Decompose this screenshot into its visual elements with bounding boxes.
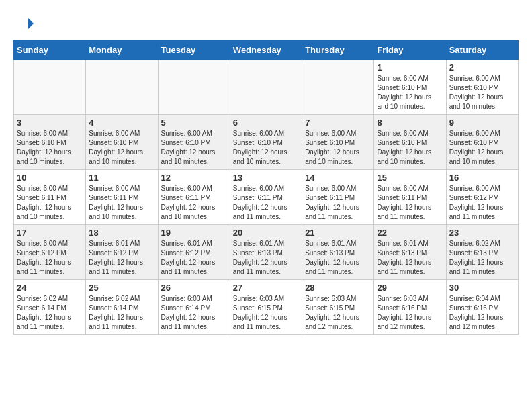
- day-info: Sunrise: 6:00 AM Sunset: 6:11 PM Dayligh…: [89, 184, 154, 222]
- calendar-day-cell: 7Sunrise: 6:00 AM Sunset: 6:10 PM Daylig…: [302, 115, 374, 170]
- day-number: 16: [449, 173, 515, 183]
- calendar-day-cell: [86, 60, 158, 115]
- day-info: Sunrise: 6:00 AM Sunset: 6:11 PM Dayligh…: [161, 184, 227, 222]
- calendar-day-cell: 9Sunrise: 6:00 AM Sunset: 6:10 PM Daylig…: [446, 115, 518, 170]
- calendar-day-cell: 11Sunrise: 6:00 AM Sunset: 6:11 PM Dayli…: [86, 170, 158, 225]
- day-number: 15: [377, 173, 443, 183]
- day-of-week-header: Wednesday: [230, 41, 302, 60]
- calendar-day-cell: 16Sunrise: 6:00 AM Sunset: 6:12 PM Dayli…: [446, 170, 518, 225]
- day-number: 13: [233, 173, 299, 183]
- calendar-day-cell: 19Sunrise: 6:01 AM Sunset: 6:12 PM Dayli…: [158, 225, 230, 280]
- calendar-day-cell: 5Sunrise: 6:00 AM Sunset: 6:10 PM Daylig…: [158, 115, 230, 170]
- calendar-day-cell: 10Sunrise: 6:00 AM Sunset: 6:11 PM Dayli…: [14, 170, 86, 225]
- day-number: 18: [89, 228, 154, 238]
- day-of-week-header: Saturday: [446, 41, 518, 60]
- svg-marker-0: [28, 17, 34, 30]
- calendar-day-cell: 12Sunrise: 6:00 AM Sunset: 6:11 PM Dayli…: [158, 170, 230, 225]
- day-number: 23: [449, 228, 515, 238]
- day-number: 6: [233, 118, 299, 128]
- day-number: 24: [17, 283, 83, 293]
- day-number: 19: [161, 228, 227, 238]
- calendar-week-row: 17Sunrise: 6:00 AM Sunset: 6:12 PM Dayli…: [14, 225, 519, 280]
- day-info: Sunrise: 6:00 AM Sunset: 6:10 PM Dayligh…: [161, 129, 227, 167]
- day-info: Sunrise: 6:03 AM Sunset: 6:14 PM Dayligh…: [161, 294, 227, 332]
- calendar-header-row: SundayMondayTuesdayWednesdayThursdayFrid…: [14, 41, 519, 60]
- day-info: Sunrise: 6:01 AM Sunset: 6:13 PM Dayligh…: [233, 239, 299, 277]
- calendar-day-cell: 27Sunrise: 6:03 AM Sunset: 6:15 PM Dayli…: [230, 280, 302, 335]
- calendar-day-cell: 29Sunrise: 6:03 AM Sunset: 6:16 PM Dayli…: [374, 280, 446, 335]
- day-number: 25: [89, 283, 154, 293]
- day-info: Sunrise: 6:00 AM Sunset: 6:10 PM Dayligh…: [449, 129, 515, 167]
- day-of-week-header: Friday: [374, 41, 446, 60]
- calendar-day-cell: [302, 60, 374, 115]
- day-info: Sunrise: 6:02 AM Sunset: 6:14 PM Dayligh…: [89, 294, 154, 332]
- day-info: Sunrise: 6:00 AM Sunset: 6:11 PM Dayligh…: [17, 184, 83, 222]
- day-number: 17: [17, 228, 83, 238]
- calendar-day-cell: 15Sunrise: 6:00 AM Sunset: 6:11 PM Dayli…: [374, 170, 446, 225]
- day-info: Sunrise: 6:01 AM Sunset: 6:13 PM Dayligh…: [377, 239, 443, 277]
- calendar-day-cell: 18Sunrise: 6:01 AM Sunset: 6:12 PM Dayli…: [86, 225, 158, 280]
- day-info: Sunrise: 6:00 AM Sunset: 6:10 PM Dayligh…: [305, 129, 371, 167]
- calendar-day-cell: 28Sunrise: 6:03 AM Sunset: 6:15 PM Dayli…: [302, 280, 374, 335]
- day-of-week-header: Monday: [86, 41, 158, 60]
- day-info: Sunrise: 6:01 AM Sunset: 6:12 PM Dayligh…: [161, 239, 227, 277]
- day-info: Sunrise: 6:00 AM Sunset: 6:11 PM Dayligh…: [233, 184, 299, 222]
- day-of-week-header: Sunday: [14, 41, 86, 60]
- day-number: 7: [305, 118, 371, 128]
- calendar-day-cell: 13Sunrise: 6:00 AM Sunset: 6:11 PM Dayli…: [230, 170, 302, 225]
- logo: [13, 13, 36, 34]
- day-number: 5: [161, 118, 227, 128]
- calendar-day-cell: 2Sunrise: 6:00 AM Sunset: 6:10 PM Daylig…: [446, 60, 518, 115]
- day-info: Sunrise: 6:00 AM Sunset: 6:10 PM Dayligh…: [17, 129, 83, 167]
- calendar-day-cell: [14, 60, 86, 115]
- day-number: 20: [233, 228, 299, 238]
- day-number: 27: [233, 283, 299, 293]
- day-info: Sunrise: 6:00 AM Sunset: 6:10 PM Dayligh…: [89, 129, 154, 167]
- calendar-day-cell: 3Sunrise: 6:00 AM Sunset: 6:10 PM Daylig…: [14, 115, 86, 170]
- calendar-day-cell: 30Sunrise: 6:04 AM Sunset: 6:16 PM Dayli…: [446, 280, 518, 335]
- calendar-day-cell: 4Sunrise: 6:00 AM Sunset: 6:10 PM Daylig…: [86, 115, 158, 170]
- day-info: Sunrise: 6:00 AM Sunset: 6:12 PM Dayligh…: [449, 184, 515, 222]
- calendar-day-cell: 24Sunrise: 6:02 AM Sunset: 6:14 PM Dayli…: [14, 280, 86, 335]
- calendar-day-cell: 26Sunrise: 6:03 AM Sunset: 6:14 PM Dayli…: [158, 280, 230, 335]
- day-info: Sunrise: 6:01 AM Sunset: 6:12 PM Dayligh…: [89, 239, 154, 277]
- calendar-day-cell: 1Sunrise: 6:00 AM Sunset: 6:10 PM Daylig…: [374, 60, 446, 115]
- day-number: 11: [89, 173, 154, 183]
- logo-icon: [13, 13, 34, 34]
- day-info: Sunrise: 6:00 AM Sunset: 6:10 PM Dayligh…: [377, 129, 443, 167]
- day-of-week-header: Tuesday: [158, 41, 230, 60]
- day-number: 9: [449, 118, 515, 128]
- day-number: 3: [17, 118, 83, 128]
- calendar-day-cell: [230, 60, 302, 115]
- day-number: 26: [161, 283, 227, 293]
- calendar-week-row: 3Sunrise: 6:00 AM Sunset: 6:10 PM Daylig…: [14, 115, 519, 170]
- day-number: 4: [89, 118, 154, 128]
- calendar-table: SundayMondayTuesdayWednesdayThursdayFrid…: [13, 40, 519, 335]
- calendar-day-cell: 14Sunrise: 6:00 AM Sunset: 6:11 PM Dayli…: [302, 170, 374, 225]
- day-number: 2: [449, 62, 515, 73]
- day-info: Sunrise: 6:02 AM Sunset: 6:14 PM Dayligh…: [17, 294, 83, 332]
- calendar-week-row: 10Sunrise: 6:00 AM Sunset: 6:11 PM Dayli…: [14, 170, 519, 225]
- day-info: Sunrise: 6:03 AM Sunset: 6:15 PM Dayligh…: [233, 294, 299, 332]
- page-header: [13, 13, 519, 34]
- calendar-week-row: 24Sunrise: 6:02 AM Sunset: 6:14 PM Dayli…: [14, 280, 519, 335]
- day-number: 21: [305, 228, 371, 238]
- day-number: 14: [305, 173, 371, 183]
- day-number: 28: [305, 283, 371, 293]
- day-info: Sunrise: 6:01 AM Sunset: 6:13 PM Dayligh…: [305, 239, 371, 277]
- day-info: Sunrise: 6:00 AM Sunset: 6:10 PM Dayligh…: [233, 129, 299, 167]
- day-number: 22: [377, 228, 443, 238]
- calendar-day-cell: 23Sunrise: 6:02 AM Sunset: 6:13 PM Dayli…: [446, 225, 518, 280]
- calendar-week-row: 1Sunrise: 6:00 AM Sunset: 6:10 PM Daylig…: [14, 60, 519, 115]
- calendar-day-cell: 22Sunrise: 6:01 AM Sunset: 6:13 PM Dayli…: [374, 225, 446, 280]
- svg-marker-1: [30, 17, 34, 21]
- day-info: Sunrise: 6:00 AM Sunset: 6:10 PM Dayligh…: [377, 74, 443, 111]
- day-info: Sunrise: 6:02 AM Sunset: 6:13 PM Dayligh…: [449, 239, 515, 277]
- calendar-day-cell: 20Sunrise: 6:01 AM Sunset: 6:13 PM Dayli…: [230, 225, 302, 280]
- day-number: 30: [449, 283, 515, 293]
- day-number: 1: [377, 62, 443, 73]
- calendar-day-cell: 17Sunrise: 6:00 AM Sunset: 6:12 PM Dayli…: [14, 225, 86, 280]
- day-info: Sunrise: 6:00 AM Sunset: 6:10 PM Dayligh…: [449, 74, 515, 111]
- day-number: 8: [377, 118, 443, 128]
- day-info: Sunrise: 6:04 AM Sunset: 6:16 PM Dayligh…: [449, 294, 515, 332]
